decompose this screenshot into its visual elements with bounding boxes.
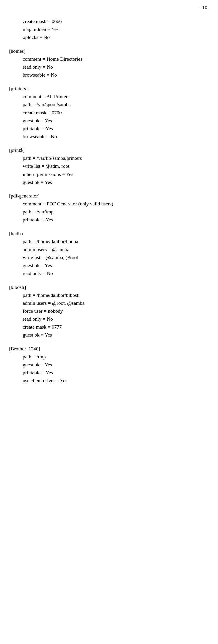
section-line: path = /tmp [23,353,209,361]
section-line: path = /var/lib/samba/printers [23,154,209,162]
section-line: write list = @adm, root [23,162,209,170]
section-line: admin users = @samba [23,246,209,253]
section-line: guest ok = Yes [23,331,209,339]
global-setting-line: map hidden = Yes [23,25,209,33]
section-body-printers: comment = All Printerspath = /var/spool/… [23,92,209,140]
section-line: printable = Yes [23,216,209,224]
section-blbosti: [blbosti]path = /home/dalibor/blbostiadm… [9,284,209,339]
section-line: use client driver = Yes [23,376,209,384]
section-header-hudba: [hudba] [9,231,209,236]
global-settings-body: create mask = 0666map hidden = Yesoplock… [23,17,209,41]
section-line: guest ok = Yes [23,361,209,368]
global-setting-line: oplocks = No [23,33,209,41]
section-line: admin users = @root, @samba [23,299,209,307]
section-line: path = /home/dalibor/blbosti [23,291,209,299]
section-header-print$: [print$] [9,147,209,153]
section-line: create mask = 0700 [23,108,209,116]
section-homes: [homes]comment = Home Directoriesread on… [9,48,209,79]
section-line: read only = No [23,315,209,323]
section-line: guest ok = Yes [23,116,209,124]
section-line: inherit permissions = Yes [23,170,209,178]
section-line: browseable = No [23,132,209,140]
section-line: guest ok = Yes [23,178,209,186]
section-printers: [printers]comment = All Printerspath = /… [9,86,209,140]
section-print$: [print$]path = /var/lib/samba/printerswr… [9,147,209,186]
section-header-blbosti: [blbosti] [9,284,209,290]
section-line: comment = Home Directories [23,55,209,63]
section-body-homes: comment = Home Directoriesread only = No… [23,55,209,79]
section-line: guest ok = Yes [23,261,209,269]
section-header-printers: [printers] [9,86,209,92]
section-body-print$: path = /var/lib/samba/printerswrite list… [23,154,209,186]
section-body-hudba: path = /home/dalibor/hudbaadmin users = … [23,238,209,278]
section-line: path = /var/tmp [23,208,209,216]
section-hudba: [hudba]path = /home/dalibor/hudbaadmin u… [9,231,209,278]
section-pdf-generator: [pdf-generator]comment = PDF Generator (… [9,193,209,224]
section-line: write list = @samba, @root [23,253,209,261]
section-line: path = /home/dalibor/hudba [23,238,209,246]
global-setting-line: create mask = 0666 [23,17,209,25]
section-body-Brother_1240: path = /tmpguest ok = Yesprintable = Yes… [23,353,209,385]
section-line: create mask = 0777 [23,323,209,331]
section-body-blbosti: path = /home/dalibor/blbostiadmin users … [23,291,209,339]
section-line: printable = Yes [23,368,209,376]
section-line: comment = All Printers [23,92,209,100]
section-line: path = /var/spool/samba [23,100,209,108]
section-header-pdf-generator: [pdf-generator] [9,193,209,199]
section-line: comment = PDF Generator (only valid user… [23,200,209,208]
section-header-homes: [homes] [9,48,209,54]
global-settings: create mask = 0666map hidden = Yesoplock… [9,17,209,41]
section-line: browseable = No [23,71,209,79]
section-line: read only = No [23,63,209,71]
section-body-pdf-generator: comment = PDF Generator (only valid user… [23,200,209,224]
section-Brother_1240: [Brother_1240]path = /tmpguest ok = Yesp… [9,346,209,385]
section-header-Brother_1240: [Brother_1240] [9,346,209,352]
page-number: - 10- [9,4,209,10]
section-line: read only = No [23,269,209,277]
section-line: force user = nobody [23,307,209,315]
sections-container: [homes]comment = Home Directoriesread on… [9,48,209,385]
section-line: printable = Yes [23,124,209,132]
